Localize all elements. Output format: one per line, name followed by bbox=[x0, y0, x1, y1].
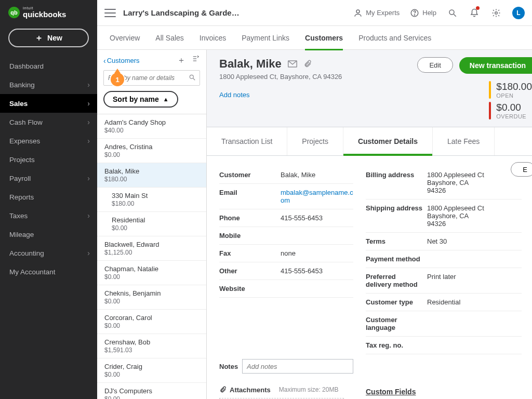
detail-row-value: Print later bbox=[427, 273, 456, 281]
detail-row-label: Other bbox=[219, 267, 276, 275]
detail-tab-late-fees[interactable]: Late Fees bbox=[433, 127, 495, 155]
detail-row-value: 1800 Appleseed Ct Bayshore, CA 94326 bbox=[427, 204, 484, 228]
open-balance: $180.00 OPEN bbox=[489, 81, 532, 99]
overdue-label: OVERDUE bbox=[496, 113, 526, 119]
customer-list-item[interactable]: Cheknis, Benjamin$0.00 bbox=[97, 285, 206, 310]
nav-item-label: Projects bbox=[9, 156, 35, 164]
customer-list-item[interactable]: DJ's Computers$0.00 bbox=[97, 383, 206, 399]
email-icon[interactable] bbox=[288, 60, 297, 68]
nav-item-payroll[interactable]: Payroll› bbox=[0, 169, 97, 188]
customer-list-item[interactable]: Chapman, Natalie$0.00 bbox=[97, 261, 206, 285]
help-button[interactable]: Help bbox=[410, 7, 436, 19]
nav-item-my-accountant[interactable]: My Accountant bbox=[0, 262, 97, 281]
add-notes-link[interactable]: Add notes bbox=[219, 91, 342, 99]
new-transaction-button[interactable]: New transaction bbox=[459, 57, 532, 74]
customer-list-item[interactable]: Crider, Craig$0.00 bbox=[97, 358, 206, 383]
customer-name: Blackwell, Edward bbox=[104, 241, 199, 248]
detail-row-label: Fax bbox=[219, 249, 276, 257]
subtab-invoices[interactable]: Invoices bbox=[200, 26, 226, 50]
customer-list-item[interactable]: Blackwell, Edward$1,125.00 bbox=[97, 236, 206, 261]
customer-amount: $1,125.00 bbox=[104, 249, 199, 256]
customer-list-item[interactable]: Andres, Cristina$0.00 bbox=[97, 139, 206, 163]
company-name[interactable]: Larry's Landscaping & Garde… bbox=[123, 8, 240, 17]
nav-item-sales[interactable]: Sales› bbox=[0, 94, 97, 113]
nav-item-label: Mileage bbox=[9, 231, 34, 238]
detail-row-value: Net 30 bbox=[427, 237, 447, 245]
attachment-icon[interactable] bbox=[303, 60, 312, 68]
detail-tab-projects[interactable]: Projects bbox=[287, 127, 343, 155]
customer-list-item[interactable]: Adam's Candy Shop$40.00 bbox=[97, 114, 206, 139]
customer-list-item[interactable]: Residential$0.00 bbox=[97, 212, 206, 236]
customer-name: Corcoran, Carol bbox=[104, 314, 199, 322]
customer-list-item[interactable]: 330 Main St$180.00 bbox=[97, 188, 206, 212]
sort-label: Sort by name bbox=[113, 95, 159, 103]
detail-tab-customer-details[interactable]: Customer Details bbox=[343, 127, 433, 155]
settings-button[interactable] bbox=[490, 7, 502, 19]
customer-list-item[interactable]: Corcoran, Carol$0.00 bbox=[97, 310, 206, 334]
detail-row: Tax reg. no. bbox=[366, 337, 522, 354]
detail-row: Payment method bbox=[366, 250, 522, 268]
search-button[interactable] bbox=[447, 7, 458, 19]
detail-row: Mobile bbox=[219, 227, 353, 245]
svg-point-5 bbox=[495, 11, 498, 14]
plus-icon: ＋ bbox=[35, 33, 43, 44]
detail-row-label: Customer bbox=[219, 171, 276, 179]
notes-input[interactable] bbox=[242, 359, 353, 374]
list-settings-icon[interactable] bbox=[192, 55, 200, 66]
nav-item-dashboard[interactable]: Dashboard bbox=[0, 57, 97, 75]
detail-row-value[interactable]: mbalak@samplename.com bbox=[281, 189, 353, 204]
sort-button[interactable]: Sort by name ▲ bbox=[103, 91, 178, 108]
edit-button[interactable]: Edit bbox=[417, 57, 453, 73]
add-customer-icon[interactable]: ＋ bbox=[177, 55, 185, 66]
edit-details-button[interactable]: E bbox=[511, 162, 532, 177]
search-icon[interactable] bbox=[189, 74, 196, 81]
detail-row: Faxnone bbox=[219, 245, 353, 262]
detail-row: Customer typeResidential bbox=[366, 294, 522, 311]
nav-item-expenses[interactable]: Expenses› bbox=[0, 131, 97, 150]
customer-amount: $180.00 bbox=[112, 200, 199, 207]
chevron-right-icon: › bbox=[87, 99, 90, 108]
custom-fields-link[interactable]: Custom Fields bbox=[366, 388, 522, 396]
subtab-all-sales[interactable]: All Sales bbox=[155, 26, 183, 50]
overdue-balance: $0.00 OVERDUE bbox=[489, 102, 526, 119]
back-label: Customers bbox=[107, 57, 140, 64]
nav-item-reports[interactable]: Reports bbox=[0, 188, 97, 206]
customer-amount: $1,591.03 bbox=[104, 347, 199, 354]
customer-list-scroll[interactable]: Adam's Candy Shop$40.00Andres, Cristina$… bbox=[97, 114, 206, 399]
new-button[interactable]: ＋ New bbox=[8, 29, 89, 47]
nav-item-projects[interactable]: Projects bbox=[0, 150, 97, 169]
nav-item-banking[interactable]: Banking› bbox=[0, 75, 97, 94]
subtab-products-and-services[interactable]: Products and Services bbox=[358, 26, 431, 50]
customer-name: Adam's Candy Shop bbox=[104, 118, 199, 126]
customer-amount: $40.00 bbox=[104, 127, 199, 134]
notes-label: Notes bbox=[219, 363, 239, 370]
open-label: OPEN bbox=[496, 92, 532, 99]
brand: qb intuit quickbooks bbox=[0, 6, 97, 25]
subtab-overview[interactable]: Overview bbox=[110, 26, 140, 50]
user-avatar[interactable]: L bbox=[512, 7, 525, 19]
left-sidebar: qb intuit quickbooks ＋ New DashboardBank… bbox=[0, 0, 97, 399]
customer-name: Balak, Mike bbox=[104, 167, 199, 175]
detail-row: Website bbox=[219, 280, 353, 298]
notifications-button[interactable] bbox=[469, 7, 480, 19]
my-experts-button[interactable]: My Experts bbox=[353, 7, 400, 19]
subtab-payment-links[interactable]: Payment Links bbox=[242, 26, 289, 50]
back-to-customers-link[interactable]: ‹ Customers bbox=[103, 57, 140, 65]
hamburger-icon[interactable] bbox=[104, 9, 116, 17]
customer-list-panel: ‹ Customers ＋ bbox=[97, 50, 207, 399]
detail-tabs: Transaction ListProjectsCustomer Details… bbox=[207, 127, 532, 156]
detail-row-label: Mobile bbox=[219, 232, 276, 240]
customer-list-item[interactable]: Balak, Mike$180.00 bbox=[97, 163, 206, 188]
subtab-customers[interactable]: Customers bbox=[305, 26, 343, 50]
nav-item-label: Accounting bbox=[9, 249, 44, 257]
nav-item-mileage[interactable]: Mileage bbox=[0, 225, 97, 244]
nav-item-taxes[interactable]: Taxes› bbox=[0, 206, 97, 225]
detail-tab-transaction-list[interactable]: Transaction List bbox=[207, 127, 287, 155]
customer-list-item[interactable]: Crenshaw, Bob$1,591.03 bbox=[97, 334, 206, 358]
nav-item-label: Sales bbox=[9, 100, 28, 108]
customer-amount: $0.00 bbox=[104, 298, 199, 305]
nav-item-cash-flow[interactable]: Cash Flow› bbox=[0, 113, 97, 131]
nav-item-label: Reports bbox=[9, 193, 34, 201]
nav-item-accounting[interactable]: Accounting› bbox=[0, 244, 97, 262]
detail-row-label: Phone bbox=[219, 214, 276, 222]
